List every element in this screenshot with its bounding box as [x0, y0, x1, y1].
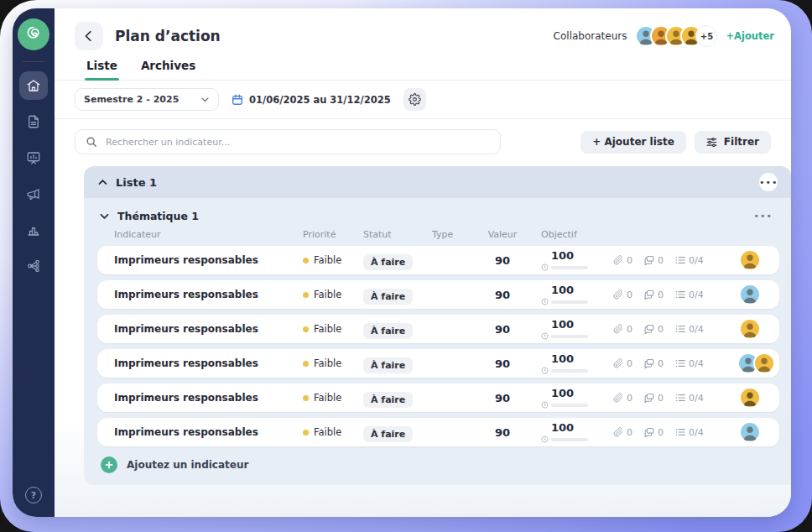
- checklist-count[interactable]: 0/4: [675, 358, 704, 369]
- indicator-row[interactable]: Imprimeurs responsables Faible À faire 9…: [97, 280, 779, 309]
- priority-label: Faible: [314, 426, 341, 438]
- attachments-count[interactable]: 0: [613, 358, 632, 369]
- search-bar: + Ajouter liste Filtrer: [55, 119, 791, 163]
- indicator-name[interactable]: Imprimeurs responsables: [114, 254, 303, 266]
- paperclip-icon: [613, 289, 623, 300]
- attachments-count[interactable]: 0: [613, 393, 632, 404]
- theme-menu-button[interactable]: •••: [754, 211, 776, 222]
- indicator-name[interactable]: Imprimeurs responsables: [114, 323, 303, 335]
- app-window: ? Plan d’action Collaborateurs: [13, 8, 791, 517]
- checklist-count[interactable]: 0/4: [675, 427, 704, 438]
- paperclip-icon: [613, 427, 623, 437]
- chevron-down-icon[interactable]: [99, 211, 110, 222]
- indicator-name[interactable]: Imprimeurs responsables: [114, 392, 303, 404]
- attachments-count[interactable]: 0: [613, 289, 632, 300]
- attachments-count[interactable]: 0: [613, 427, 632, 438]
- indicator-name[interactable]: Imprimeurs responsables: [114, 426, 303, 438]
- comments-count[interactable]: 0: [644, 324, 664, 335]
- help-icon[interactable]: ?: [25, 487, 42, 503]
- value-cell: 90: [476, 357, 529, 370]
- assignee-avatars[interactable]: [737, 387, 766, 409]
- search-field[interactable]: [75, 129, 501, 154]
- list-panel-header[interactable]: Liste 1 •••: [84, 166, 791, 198]
- add-list-button[interactable]: + Ajouter liste: [580, 131, 686, 154]
- sidebar-item-statistics[interactable]: [19, 216, 48, 244]
- objective-progress: [551, 369, 588, 373]
- sidebar-item-announcements[interactable]: [19, 180, 48, 208]
- chevron-up-icon[interactable]: [97, 177, 108, 188]
- checklist-icon: [675, 393, 685, 403]
- tab-archives[interactable]: Archives: [141, 59, 195, 80]
- back-button[interactable]: [75, 22, 103, 50]
- checklist-count[interactable]: 0/4: [675, 324, 704, 335]
- app-logo-icon[interactable]: [18, 18, 49, 50]
- status-badge[interactable]: À faire: [363, 392, 413, 408]
- add-collaborator-button[interactable]: +Ajouter: [726, 30, 774, 42]
- sidebar-item-documents[interactable]: [19, 107, 48, 136]
- paperclip-icon: [613, 324, 623, 334]
- sidebar-divider: [23, 61, 44, 62]
- assignee-avatars[interactable]: [737, 249, 766, 271]
- avatar[interactable]: [739, 318, 761, 340]
- indicator-row[interactable]: Imprimeurs responsables Faible À faire 9…: [97, 315, 779, 343]
- list-menu-button[interactable]: •••: [759, 173, 778, 191]
- sidebar-item-network[interactable]: [19, 252, 48, 280]
- indicator-row[interactable]: Imprimeurs responsables Faible À faire 9…: [97, 383, 779, 412]
- attachments-count[interactable]: 0: [613, 255, 632, 266]
- avatar[interactable]: [739, 387, 761, 409]
- priority-label: Faible: [314, 289, 341, 300]
- avatar[interactable]: [753, 352, 775, 374]
- assignee-avatars[interactable]: [737, 352, 780, 374]
- sliders-icon: [706, 137, 717, 148]
- checklist-count[interactable]: 0/4: [675, 255, 704, 266]
- avatar[interactable]: [739, 284, 761, 305]
- comments-count[interactable]: 0: [644, 289, 664, 300]
- attachments-count[interactable]: 0: [613, 324, 632, 335]
- avatar[interactable]: [739, 249, 761, 271]
- status-badge[interactable]: À faire: [363, 323, 413, 339]
- assignee-avatars[interactable]: [737, 421, 766, 443]
- tab-liste[interactable]: Liste: [86, 59, 117, 80]
- add-indicator-button[interactable]: Ajoutez un indicateur: [97, 456, 248, 473]
- sidebar: ?: [13, 8, 55, 517]
- indicator-row[interactable]: Imprimeurs responsables Faible À faire 9…: [97, 246, 779, 274]
- clock-icon: [541, 401, 549, 409]
- avatar[interactable]: [739, 421, 761, 443]
- filter-bar: Semestre 2 - 2025 01/06/2025 au 31/12/20…: [55, 81, 791, 118]
- comment-icon: [644, 255, 654, 265]
- list-panel-body: Thématique 1 ••• Indicateur Priorité Sta…: [84, 198, 791, 485]
- status-badge[interactable]: À faire: [363, 426, 413, 442]
- avatar-overflow-badge[interactable]: +5: [695, 25, 717, 47]
- comments-count[interactable]: 0: [644, 255, 664, 266]
- theme-header[interactable]: Thématique 1 •••: [97, 205, 779, 229]
- period-select[interactable]: Semestre 2 - 2025: [75, 88, 219, 111]
- sidebar-nav: [19, 71, 48, 280]
- checklist-count[interactable]: 0/4: [675, 289, 704, 300]
- assignee-avatars[interactable]: [737, 284, 766, 305]
- settings-button[interactable]: [403, 88, 426, 111]
- comments-count[interactable]: 0: [644, 427, 664, 438]
- status-badge[interactable]: À faire: [363, 289, 413, 305]
- sidebar-item-presentation[interactable]: [19, 143, 48, 172]
- date-range[interactable]: 01/06/2025 au 31/12/2025: [232, 94, 391, 106]
- comments-count[interactable]: 0: [644, 393, 664, 404]
- indicator-name[interactable]: Imprimeurs responsables: [114, 289, 303, 300]
- collaborator-avatars[interactable]: +5: [635, 25, 717, 47]
- home-icon: [26, 78, 41, 93]
- status-badge[interactable]: À faire: [363, 357, 413, 373]
- checklist-icon: [675, 358, 685, 368]
- list-panel: Liste 1 ••• Thématique 1 ••• Indicat: [84, 166, 791, 485]
- comments-count[interactable]: 0: [644, 358, 664, 369]
- indicator-row[interactable]: Imprimeurs responsables Faible À faire 9…: [97, 349, 779, 378]
- search-input[interactable]: [106, 137, 490, 148]
- assignee-avatars[interactable]: [737, 318, 766, 340]
- indicator-name[interactable]: Imprimeurs responsables: [114, 357, 303, 369]
- main-content: Plan d’action Collaborateurs: [55, 8, 791, 517]
- sidebar-item-home[interactable]: [19, 71, 48, 100]
- filter-button[interactable]: Filtrer: [695, 131, 771, 154]
- status-badge[interactable]: À faire: [363, 254, 413, 270]
- checklist-count[interactable]: 0/4: [675, 393, 704, 404]
- value-cell: 90: [476, 323, 529, 336]
- indicator-row[interactable]: Imprimeurs responsables Faible À faire 9…: [97, 418, 779, 446]
- objective-progress: [551, 438, 588, 441]
